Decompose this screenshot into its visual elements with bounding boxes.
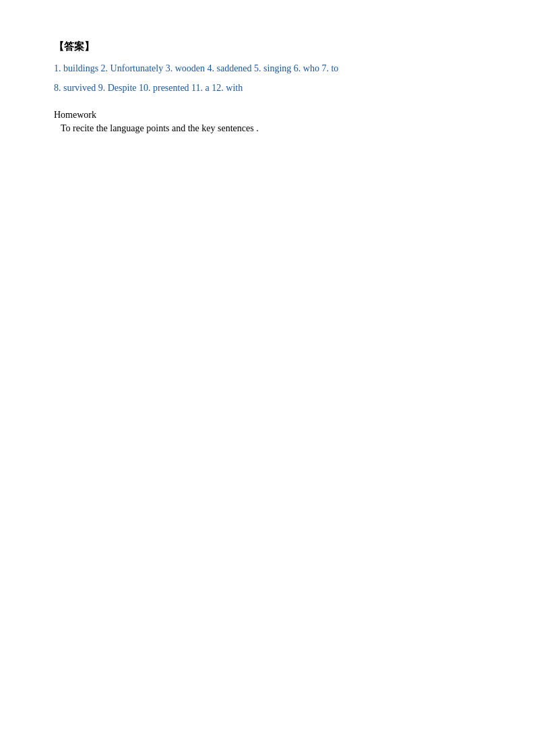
answers-line-1: 1. buildings 2. Unfortunately 3. wooden … [54,60,481,77]
homework-content: To recite the language points and the ke… [54,123,481,134]
page: 【答案】 1. buildings 2. Unfortunately 3. wo… [0,0,535,756]
homework-section: Homework To recite the language points a… [54,110,481,134]
homework-title: Homework [54,110,481,121]
answers-line-2: 8. survived 9. Despite 10. presented 11.… [54,79,481,96]
answers-section-title: 【答案】 [54,40,481,53]
